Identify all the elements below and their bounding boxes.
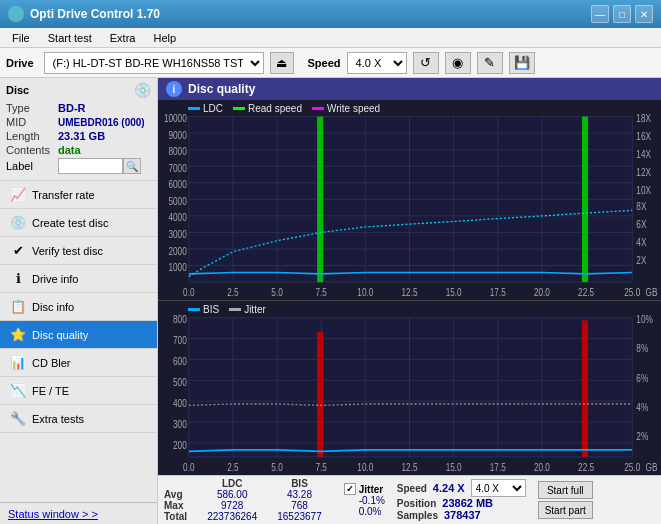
status-window-link[interactable]: Status window > > bbox=[0, 502, 157, 524]
svg-text:8X: 8X bbox=[636, 200, 646, 212]
save-button[interactable]: 💾 bbox=[509, 52, 535, 74]
avg-label: Avg bbox=[164, 489, 197, 500]
svg-text:7.5: 7.5 bbox=[316, 286, 327, 298]
close-button[interactable]: ✕ bbox=[635, 5, 653, 23]
transfer-rate-icon: 📈 bbox=[10, 187, 26, 203]
svg-rect-55 bbox=[582, 117, 588, 283]
minimize-button[interactable]: — bbox=[591, 5, 609, 23]
svg-text:12X: 12X bbox=[636, 166, 651, 178]
toolbar: Drive (F:) HL-DT-ST BD-RE WH16NS58 TST4 … bbox=[0, 48, 661, 78]
start-part-button[interactable]: Start part bbox=[538, 501, 593, 519]
svg-text:22.5: 22.5 bbox=[578, 461, 594, 474]
write-speed-legend-color bbox=[312, 107, 324, 110]
disc-quality-icon: ⭐ bbox=[10, 327, 26, 343]
menu-extra[interactable]: Extra bbox=[102, 31, 144, 45]
stats-table: LDC BIS Avg 586.00 43.28 Max 9728 768 bbox=[164, 478, 332, 522]
sidebar-item-extra-tests[interactable]: 🔧 Extra tests bbox=[0, 405, 157, 433]
label-input[interactable] bbox=[58, 158, 123, 174]
sidebar-item-transfer-rate[interactable]: 📈 Transfer rate bbox=[0, 181, 157, 209]
charts-area: LDC Read speed Write speed bbox=[158, 100, 661, 475]
svg-text:8%: 8% bbox=[636, 342, 648, 355]
svg-text:700: 700 bbox=[173, 334, 187, 347]
sidebar-item-fe-te[interactable]: 📉 FE / TE bbox=[0, 377, 157, 405]
drive-select[interactable]: (F:) HL-DT-ST BD-RE WH16NS58 TST4 bbox=[44, 52, 264, 74]
svg-text:5000: 5000 bbox=[168, 195, 187, 207]
menu-start-test[interactable]: Start test bbox=[40, 31, 100, 45]
menu-bar: File Start test Extra Help bbox=[0, 28, 661, 48]
label-label: Label bbox=[6, 160, 58, 172]
svg-text:6%: 6% bbox=[636, 372, 648, 385]
svg-text:4%: 4% bbox=[636, 401, 648, 414]
disc-cd-icon: 💿 bbox=[134, 82, 151, 98]
write-button[interactable]: ✎ bbox=[477, 52, 503, 74]
svg-text:12.5: 12.5 bbox=[402, 461, 418, 474]
nav-label-fe-te: FE / TE bbox=[32, 385, 69, 397]
position-value: 23862 MB bbox=[442, 497, 493, 509]
sidebar-item-verify-test-disc[interactable]: ✔ Verify test disc bbox=[0, 237, 157, 265]
legend-jitter: Jitter bbox=[229, 304, 266, 315]
disc-section: Disc 💿 Type BD-R MID UMEBDR016 (000) Len… bbox=[0, 78, 157, 181]
svg-text:17.5: 17.5 bbox=[490, 461, 506, 474]
jitter-label-text: Jitter bbox=[359, 484, 383, 495]
stats-row: LDC BIS Avg 586.00 43.28 Max 9728 768 bbox=[158, 475, 661, 524]
position-label: Position bbox=[397, 498, 436, 509]
nav-label-transfer-rate: Transfer rate bbox=[32, 189, 95, 201]
svg-text:6000: 6000 bbox=[168, 178, 187, 190]
svg-text:2X: 2X bbox=[636, 254, 646, 266]
svg-text:17.5: 17.5 bbox=[490, 286, 506, 298]
max-label: Max bbox=[164, 500, 197, 511]
ldc-header: LDC bbox=[197, 478, 267, 489]
mid-value: UMEBDR016 (000) bbox=[58, 117, 145, 128]
type-value: BD-R bbox=[58, 102, 86, 114]
svg-text:10.0: 10.0 bbox=[357, 461, 373, 474]
speed-stats-dropdown[interactable]: 4.0 X Max 2.0 X bbox=[471, 479, 526, 497]
window-controls[interactable]: — □ ✕ bbox=[591, 5, 653, 23]
total-label: Total bbox=[164, 511, 197, 522]
bis-max: 768 bbox=[267, 500, 332, 511]
sidebar: Disc 💿 Type BD-R MID UMEBDR016 (000) Len… bbox=[0, 78, 158, 524]
nav-label-disc-info: Disc info bbox=[32, 301, 74, 313]
speed-info-label: Speed bbox=[397, 483, 427, 494]
nav-items: 📈 Transfer rate 💿 Create test disc ✔ Ver… bbox=[0, 181, 157, 502]
label-search-button[interactable]: 🔍 bbox=[123, 158, 141, 174]
svg-text:15.0: 15.0 bbox=[446, 286, 462, 298]
svg-text:5.0: 5.0 bbox=[271, 286, 283, 298]
nav-label-drive-info: Drive info bbox=[32, 273, 78, 285]
sidebar-item-create-test-disc[interactable]: 💿 Create test disc bbox=[0, 209, 157, 237]
start-full-button[interactable]: Start full bbox=[538, 481, 593, 499]
jitter-label-row: ✓ Jitter bbox=[344, 483, 385, 495]
content-area: i Disc quality LDC Read speed bbox=[158, 78, 661, 524]
sidebar-item-disc-info[interactable]: 📋 Disc info bbox=[0, 293, 157, 321]
refresh-button[interactable]: ↺ bbox=[413, 52, 439, 74]
jitter-legend-color bbox=[229, 308, 241, 311]
disc-quality-header-icon: i bbox=[166, 81, 182, 97]
legend-read-speed-label: Read speed bbox=[248, 103, 302, 114]
ldc-legend-color bbox=[188, 107, 200, 110]
search-icon: 🔍 bbox=[126, 161, 138, 172]
svg-text:18X: 18X bbox=[636, 112, 651, 124]
svg-text:8000: 8000 bbox=[168, 145, 187, 157]
empty-col bbox=[164, 478, 197, 489]
legend-write-speed-label: Write speed bbox=[327, 103, 380, 114]
jitter-checkbox[interactable]: ✓ bbox=[344, 483, 356, 495]
read-speed-legend-color bbox=[233, 107, 245, 110]
menu-file[interactable]: File bbox=[4, 31, 38, 45]
top-chart-legend: LDC Read speed Write speed bbox=[188, 103, 380, 114]
svg-text:0.0: 0.0 bbox=[183, 461, 195, 474]
svg-text:10000: 10000 bbox=[164, 112, 187, 124]
sidebar-item-drive-info[interactable]: ℹ Drive info bbox=[0, 265, 157, 293]
speed-select[interactable]: 4.0 X Max 1.0 X 2.0 X 6.0 X 8.0 X bbox=[347, 52, 407, 74]
maximize-button[interactable]: □ bbox=[613, 5, 631, 23]
top-chart: LDC Read speed Write speed bbox=[158, 100, 661, 301]
disc-button[interactable]: ◉ bbox=[445, 52, 471, 74]
menu-help[interactable]: Help bbox=[145, 31, 184, 45]
disc-contents-row: Contents data bbox=[6, 144, 151, 156]
sidebar-item-cd-bler[interactable]: 📊 CD Bler bbox=[0, 349, 157, 377]
eject-button[interactable]: ⏏ bbox=[270, 52, 294, 74]
contents-value: data bbox=[58, 144, 81, 156]
svg-text:7.5: 7.5 bbox=[316, 461, 328, 474]
svg-text:0.0: 0.0 bbox=[183, 286, 195, 298]
mid-label: MID bbox=[6, 116, 58, 128]
svg-text:9000: 9000 bbox=[168, 128, 187, 140]
sidebar-item-disc-quality[interactable]: ⭐ Disc quality bbox=[0, 321, 157, 349]
